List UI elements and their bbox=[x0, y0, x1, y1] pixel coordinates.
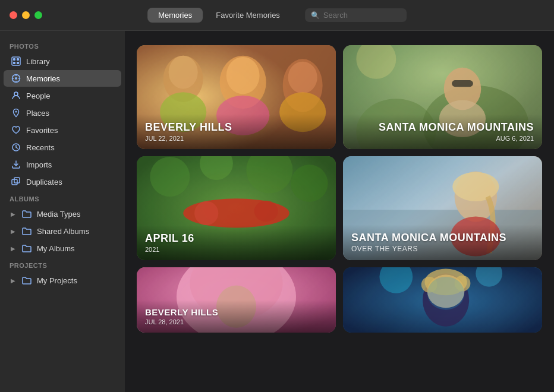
sidebar-item-people[interactable]: People bbox=[4, 87, 121, 104]
memory-date: AUG 6, 2021 bbox=[351, 135, 534, 142]
svg-point-20 bbox=[226, 57, 260, 94]
imports-icon bbox=[11, 159, 21, 170]
card-overlay: Santa Monica Mountains OVER THE YEARS bbox=[343, 225, 542, 260]
main-layout: Photos Library bbox=[0, 31, 554, 392]
svg-rect-2 bbox=[17, 58, 19, 61]
sidebar-item-label: Shared Albums bbox=[37, 227, 89, 236]
svg-rect-1 bbox=[13, 58, 15, 61]
folder-icon bbox=[21, 208, 32, 219]
sidebar-item-label: My Projects bbox=[37, 276, 77, 285]
expand-icon: ▶ bbox=[11, 211, 15, 217]
sidebar-item-label: Places bbox=[26, 109, 49, 118]
projects-folder-icon bbox=[21, 275, 32, 286]
card-overlay: BEVERLY HILLS JUL 22, 2021 bbox=[137, 114, 336, 149]
recents-icon bbox=[11, 142, 21, 153]
memory-date: JUL 28, 2021 bbox=[145, 318, 328, 325]
sidebar-item-imports[interactable]: Imports bbox=[4, 156, 121, 173]
memory-title: Santa Monica Mountains bbox=[351, 232, 534, 244]
svg-point-39 bbox=[194, 201, 218, 225]
sidebar-item-media-types[interactable]: ▶ Media Types bbox=[4, 206, 121, 222]
sidebar-item-memories[interactable]: Memories bbox=[4, 70, 121, 87]
memories-grid: BEVERLY HILLS JUL 22, 2021 bbox=[137, 45, 542, 333]
header-tabs: Memories Favorite Memories 🔍 bbox=[147, 8, 407, 23]
expand-icon: ▶ bbox=[11, 228, 15, 235]
memory-date: 2021 bbox=[145, 246, 328, 253]
memory-date: JUL 22, 2021 bbox=[145, 135, 328, 142]
sidebar-item-recents[interactable]: Recents bbox=[4, 139, 121, 156]
svg-point-44 bbox=[452, 172, 499, 201]
card-overlay: Beverly Hills JUL 28, 2021 bbox=[137, 300, 336, 333]
sidebar-item-label: Favorites bbox=[26, 126, 58, 135]
svg-point-18 bbox=[169, 56, 198, 89]
sidebar-item-my-projects[interactable]: ▶ My Projects bbox=[4, 272, 121, 289]
people-icon bbox=[11, 90, 21, 101]
sidebar-item-label: People bbox=[26, 91, 50, 100]
memory-card-santa-monica-2[interactable]: Santa Monica Mountains OVER THE YEARS bbox=[343, 156, 542, 260]
memory-subtitle: OVER THE YEARS bbox=[351, 245, 534, 253]
sidebar: Photos Library bbox=[0, 31, 125, 392]
title-bar: Memories Favorite Memories 🔍 bbox=[0, 0, 554, 31]
folder-icon bbox=[21, 243, 32, 254]
sidebar-item-places[interactable]: Places bbox=[4, 105, 121, 121]
albums-section-label: Albums bbox=[0, 191, 125, 205]
svg-point-6 bbox=[15, 77, 17, 80]
close-button[interactable] bbox=[10, 11, 17, 19]
svg-rect-4 bbox=[17, 62, 19, 64]
sidebar-item-label: Library bbox=[26, 57, 50, 66]
minimize-button[interactable] bbox=[22, 11, 30, 19]
memory-title: BEVERLY HILLS bbox=[145, 121, 328, 134]
search-input[interactable] bbox=[323, 11, 401, 20]
memory-card-santa-monica-1[interactable]: Santa Monica Mountains AUG 6, 2021 bbox=[343, 45, 542, 149]
card-artwork bbox=[343, 267, 542, 333]
content-area: BEVERLY HILLS JUL 22, 2021 bbox=[125, 31, 554, 392]
sidebar-item-label: Recents bbox=[26, 143, 55, 152]
memory-card-concert[interactable] bbox=[343, 267, 542, 333]
svg-point-58 bbox=[427, 277, 465, 310]
projects-section-label: Projects bbox=[0, 257, 125, 271]
favorites-icon bbox=[11, 125, 21, 135]
sidebar-item-label: Imports bbox=[26, 160, 52, 169]
svg-point-40 bbox=[254, 201, 278, 222]
search-icon: 🔍 bbox=[311, 11, 320, 20]
sidebar-item-label: Media Types bbox=[37, 210, 80, 219]
svg-point-12 bbox=[15, 111, 17, 113]
svg-point-22 bbox=[288, 62, 317, 94]
window-controls bbox=[10, 11, 42, 19]
search-bar: 🔍 bbox=[305, 8, 407, 22]
memory-title: Santa Monica Mountains bbox=[351, 121, 534, 134]
memory-card-april16[interactable]: APRIL 16 2021 bbox=[137, 156, 336, 260]
sidebar-item-label: My Albums bbox=[37, 244, 75, 253]
card-overlay: APRIL 16 2021 bbox=[137, 225, 336, 260]
sidebar-item-library[interactable]: Library bbox=[4, 53, 121, 69]
photos-section-label: Photos bbox=[0, 38, 125, 52]
library-icon bbox=[11, 56, 21, 67]
svg-rect-30 bbox=[452, 80, 473, 87]
sidebar-item-label: Duplicates bbox=[26, 178, 62, 186]
svg-rect-3 bbox=[13, 62, 15, 64]
shared-folder-icon bbox=[21, 226, 32, 236]
sidebar-item-label: Memories bbox=[26, 74, 60, 83]
sidebar-item-shared-albums[interactable]: ▶ Shared Albums bbox=[4, 223, 121, 239]
memory-title: APRIL 16 bbox=[145, 232, 328, 245]
expand-icon: ▶ bbox=[11, 245, 15, 252]
sidebar-item-favorites[interactable]: Favorites bbox=[4, 122, 121, 138]
svg-point-37 bbox=[291, 165, 328, 202]
card-overlay: Santa Monica Mountains AUG 6, 2021 bbox=[343, 114, 542, 149]
memory-card-beverly-hills-1[interactable]: BEVERLY HILLS JUL 22, 2021 bbox=[137, 45, 336, 149]
memory-card-beverly-hills-2[interactable]: Beverly Hills JUL 28, 2021 bbox=[137, 267, 336, 333]
sidebar-item-my-albums[interactable]: ▶ My Albums bbox=[4, 240, 121, 257]
memory-title: Beverly Hills bbox=[145, 307, 328, 317]
svg-point-34 bbox=[150, 157, 190, 197]
tab-memories[interactable]: Memories bbox=[147, 8, 203, 23]
svg-point-11 bbox=[14, 92, 18, 96]
places-icon bbox=[11, 108, 21, 118]
memories-icon bbox=[11, 73, 21, 84]
maximize-button[interactable] bbox=[34, 11, 42, 19]
tab-favorite-memories[interactable]: Favorite Memories bbox=[205, 8, 291, 23]
svg-rect-0 bbox=[12, 57, 20, 65]
sidebar-item-duplicates[interactable]: Duplicates bbox=[4, 173, 121, 190]
expand-icon: ▶ bbox=[11, 277, 15, 284]
duplicates-icon bbox=[11, 176, 21, 187]
